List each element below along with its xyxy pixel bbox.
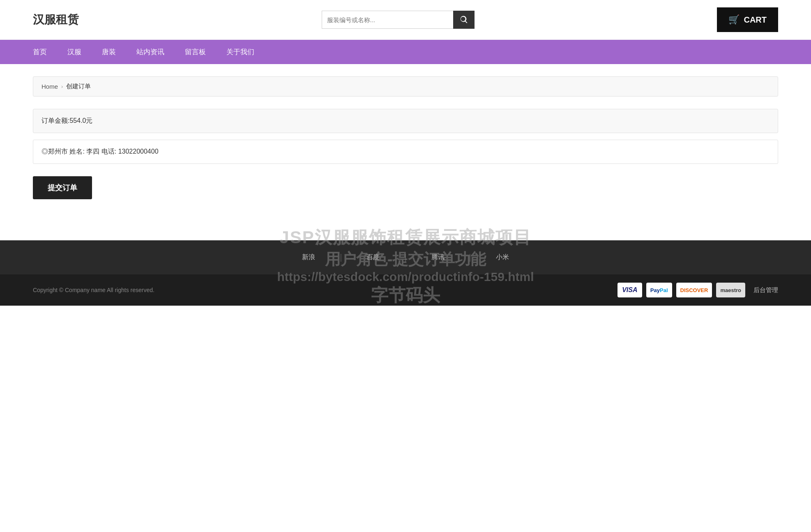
search-bar <box>322 11 475 29</box>
order-amount-label: 订单金额:554.0元 <box>41 117 92 124</box>
cart-button[interactable]: 🛒 CART <box>717 7 778 32</box>
nav-item-about[interactable]: 关于我们 <box>226 40 254 64</box>
nav-item-tangzhuang[interactable]: 唐装 <box>102 40 116 64</box>
maestro-card: maestro <box>716 283 745 297</box>
footer-sep-1: | <box>340 253 342 262</box>
footer-links: 新浪 | 百度 | 腾讯 | 小米 <box>0 240 811 274</box>
footer-sep-3: | <box>469 253 471 262</box>
main-nav: 首页 汉服 唐装 站内资讯 留言板 关于我们 <box>0 40 811 64</box>
search-button[interactable] <box>453 11 475 29</box>
breadcrumb-section: Home › 创建订单 <box>0 64 811 105</box>
breadcrumb-current: 创建订单 <box>66 83 91 90</box>
payment-icons: VISA PayPal DISCOVER maestro 后台管理 <box>617 283 778 297</box>
submit-order-button[interactable]: 提交订单 <box>33 176 92 199</box>
visa-card: VISA <box>617 283 642 297</box>
search-input[interactable] <box>322 11 453 29</box>
breadcrumb-separator: › <box>61 83 63 90</box>
site-logo: 汉服租赁 <box>33 12 79 28</box>
nav-item-hanfu[interactable]: 汉服 <box>67 40 81 64</box>
copyright-text: Copyright © Company name All rights rese… <box>33 287 154 293</box>
breadcrumb-home[interactable]: Home <box>41 83 58 90</box>
footer-link-xiaomi[interactable]: 小米 <box>496 253 509 262</box>
address-text: ◎郑州市 姓名: 李四 电话: 13022000400 <box>41 148 159 155</box>
footer-link-tencent[interactable]: 腾讯 <box>431 253 445 262</box>
nav-item-news[interactable]: 站内资讯 <box>136 40 164 64</box>
discover-card: DISCOVER <box>676 283 712 297</box>
paypal-card: PayPal <box>646 283 672 297</box>
nav-item-home[interactable]: 首页 <box>33 40 47 64</box>
nav-item-message[interactable]: 留言板 <box>185 40 206 64</box>
order-amount-box: 订单金额:554.0元 <box>33 109 778 133</box>
main-content: 订单金额:554.0元 ◎郑州市 姓名: 李四 电话: 13022000400 … <box>0 105 811 216</box>
footer-bottom: Copyright © Company name All rights rese… <box>0 274 811 306</box>
footer-sep-2: | <box>404 253 406 262</box>
admin-link[interactable]: 后台管理 <box>753 286 778 294</box>
cart-icon: 🛒 <box>728 14 740 25</box>
breadcrumb: Home › 创建订单 <box>33 76 778 97</box>
header: 汉服租赁 🛒 CART <box>0 0 811 40</box>
address-box: ◎郑州市 姓名: 李四 电话: 13022000400 <box>33 140 778 164</box>
cart-label: CART <box>744 15 767 25</box>
search-icon <box>459 15 468 24</box>
footer-link-sina[interactable]: 新浪 <box>302 253 315 262</box>
footer-link-baidu[interactable]: 百度 <box>366 253 380 262</box>
